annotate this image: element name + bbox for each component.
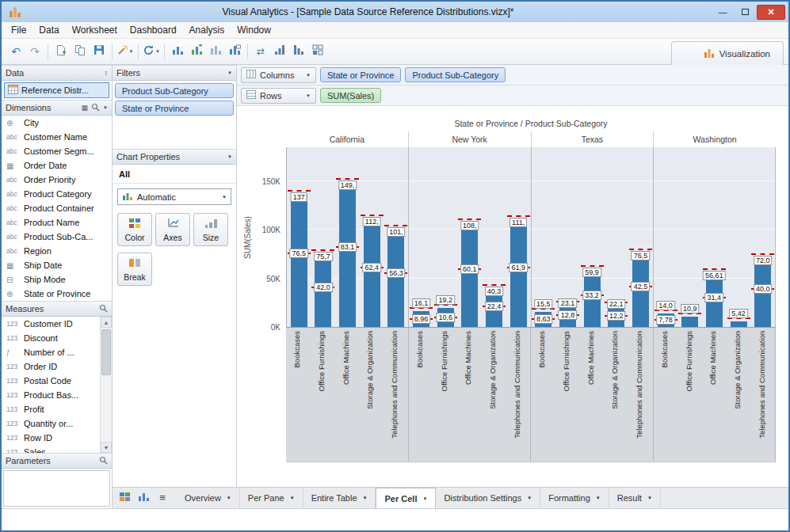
- menu-data[interactable]: Data: [32, 23, 65, 37]
- visualization-tab[interactable]: Visualization: [671, 41, 784, 65]
- category-label-bookcases[interactable]: Bookcases: [292, 331, 301, 367]
- search-icon[interactable]: [99, 456, 108, 466]
- dimension-product-sub-ca[interactable]: abcProduct Sub-Ca...: [2, 230, 112, 244]
- category-label-bookcases[interactable]: Bookcases: [537, 331, 546, 367]
- category-label-storage-organization[interactable]: Storage & Organization: [733, 331, 742, 409]
- category-label-telephones-and-communication[interactable]: Telephones and Communication: [635, 331, 643, 439]
- refresh-button[interactable]: ▼: [142, 42, 161, 61]
- category-label-office-furnishings[interactable]: Office Furnishings: [440, 331, 448, 391]
- bar-california-storage-organization[interactable]: [364, 218, 380, 327]
- category-label-telephones-and-communication[interactable]: Telephones and Communication: [390, 331, 399, 439]
- category-label-storage-organization[interactable]: Storage & Organization: [488, 331, 497, 409]
- chevron-down-icon[interactable]: ▼: [227, 154, 232, 159]
- columns-pill-product-sub-category[interactable]: Product Sub-Category: [405, 67, 506, 82]
- category-label-office-furnishings[interactable]: Office Furnishings: [685, 331, 693, 391]
- columns-shelf-button[interactable]: Columns ▼: [241, 67, 316, 83]
- view-grid-icon[interactable]: ▦: [82, 104, 89, 112]
- columns-pill-state-or-province[interactable]: State or Province: [320, 67, 401, 82]
- label-marks-button[interactable]: [225, 42, 244, 61]
- dimension-order-date[interactable]: ▦Order Date: [2, 158, 112, 173]
- category-label-telephones-and-communication[interactable]: Telephones and Communication: [758, 331, 766, 439]
- dimension-city[interactable]: ⊕City: [2, 116, 112, 130]
- category-label-storage-organization[interactable]: Storage & Organization: [610, 331, 619, 409]
- add-row-chart-button[interactable]: [187, 42, 206, 61]
- tab-overview[interactable]: Overview▼: [177, 488, 240, 508]
- dimension-product-category[interactable]: abcProduct Category: [2, 187, 112, 201]
- bar-california-office-machines[interactable]: [339, 182, 356, 327]
- category-label-telephones-and-communication[interactable]: Telephones and Communication: [513, 331, 521, 439]
- redo-button[interactable]: ↷: [25, 42, 44, 61]
- mark-type-select[interactable]: Automatic ▼: [117, 188, 231, 205]
- rows-shelf-button[interactable]: Rows ▼: [241, 88, 316, 104]
- axes-button[interactable]: Axes: [155, 213, 190, 246]
- scroll-down-icon[interactable]: ▼: [101, 442, 112, 453]
- dimension-ship-date[interactable]: ▦Ship Date: [2, 258, 112, 272]
- tab-formatting[interactable]: Formatting▼: [540, 488, 609, 508]
- scroll-up-icon[interactable]: ▲: [101, 317, 112, 328]
- category-label-office-machines[interactable]: Office Machines: [586, 331, 595, 385]
- color-button[interactable]: Color: [117, 213, 152, 246]
- measure-row-id[interactable]: 123Row ID: [2, 431, 100, 445]
- save-button[interactable]: [90, 42, 109, 61]
- category-label-office-machines[interactable]: Office Machines: [708, 331, 717, 385]
- chart-view-button[interactable]: [135, 490, 151, 506]
- dimension-order-priority[interactable]: abcOrder Priority: [2, 173, 112, 187]
- measure-postal-code[interactable]: 123Postal Code: [2, 374, 100, 388]
- category-label-storage-organization[interactable]: Storage & Organization: [365, 331, 374, 409]
- tab-distribution-settings[interactable]: Distribution Settings▼: [436, 488, 540, 508]
- category-label-office-furnishings[interactable]: Office Furnishings: [317, 331, 326, 391]
- dimension-ship-mode[interactable]: ⊟Ship Mode: [2, 272, 112, 287]
- format-wand-button[interactable]: ▼: [116, 42, 135, 61]
- scrollbar-thumb[interactable]: [101, 329, 111, 375]
- dimension-customer-name[interactable]: abcCustomer Name: [2, 130, 112, 144]
- tab-entire-table[interactable]: Entire Table▼: [303, 488, 376, 508]
- rows-pill-sum-sales[interactable]: SUM(Sales): [320, 88, 381, 103]
- search-icon[interactable]: [99, 304, 108, 314]
- measure-order-id[interactable]: 123Order ID: [2, 359, 100, 374]
- category-label-bookcases[interactable]: Bookcases: [415, 331, 424, 367]
- tab-per-pane[interactable]: Per Pane▼: [240, 488, 303, 508]
- new-worksheet-button[interactable]: [52, 42, 71, 61]
- tab-result[interactable]: Result▼: [609, 488, 661, 508]
- bar-california-telephones-and-communication[interactable]: [387, 229, 404, 327]
- close-button[interactable]: ✕: [757, 5, 785, 20]
- measure-number-of[interactable]: ƒNumber of ...: [2, 345, 100, 359]
- search-icon[interactable]: [91, 103, 100, 113]
- minimize-button[interactable]: —: [712, 5, 733, 20]
- bar-washington-office-furnishings[interactable]: [681, 317, 698, 327]
- dimension-product-name[interactable]: abcProduct Name: [2, 215, 112, 230]
- add-column-chart-button[interactable]: [168, 42, 187, 61]
- break-button[interactable]: Break: [117, 253, 152, 286]
- measure-quantity-or[interactable]: 123Quantity or...: [2, 416, 100, 431]
- data-source-item[interactable]: Reference Distr...: [4, 82, 109, 98]
- measure-product-bas[interactable]: 123Product Bas...: [2, 388, 100, 402]
- dimension-customer-segm[interactable]: abcCustomer Segm...: [2, 144, 112, 158]
- filter-pill-state-or-province[interactable]: State or Province: [115, 101, 234, 116]
- filter-pill-product-sub-category[interactable]: Product Sub-Category: [115, 83, 234, 98]
- menu-worksheet[interactable]: Worksheet: [66, 23, 124, 37]
- chevron-down-icon[interactable]: ▼: [103, 105, 108, 110]
- sort-ascending-button[interactable]: [270, 42, 289, 61]
- swap-rows-columns-button[interactable]: ⇄: [251, 42, 270, 61]
- size-button[interactable]: Size: [193, 213, 228, 246]
- undo-button[interactable]: ↶: [6, 42, 25, 61]
- tab-per-cell[interactable]: Per Cell▼: [376, 488, 436, 508]
- chevron-down-icon[interactable]: ▼: [227, 70, 232, 75]
- dimension-state-or-province[interactable]: ⊕State or Province: [2, 287, 112, 301]
- menu-dashboard[interactable]: Dashboard: [124, 23, 183, 37]
- measure-discount[interactable]: 123Discount: [2, 331, 100, 345]
- measures-scrollbar[interactable]: ▲ ▼: [100, 317, 112, 453]
- add-measure-chart-button[interactable]: [206, 42, 225, 61]
- list-view-button[interactable]: ≡: [155, 490, 170, 506]
- dimension-region[interactable]: abcRegion: [2, 244, 112, 258]
- menu-window[interactable]: Window: [231, 23, 277, 37]
- measure-profit[interactable]: 123Profit: [2, 402, 100, 416]
- bar-washington-storage-organization[interactable]: [731, 321, 747, 327]
- menu-file[interactable]: File: [5, 23, 32, 37]
- sort-descending-button[interactable]: [289, 42, 308, 61]
- dimension-product-container[interactable]: abcProduct Container: [2, 201, 112, 215]
- measure-customer-id[interactable]: 123Customer ID: [2, 317, 100, 331]
- show-cards-button[interactable]: [116, 490, 132, 506]
- sort-updown-icon[interactable]: ↕: [105, 69, 109, 77]
- bar-new-york-office-machines[interactable]: [461, 222, 478, 327]
